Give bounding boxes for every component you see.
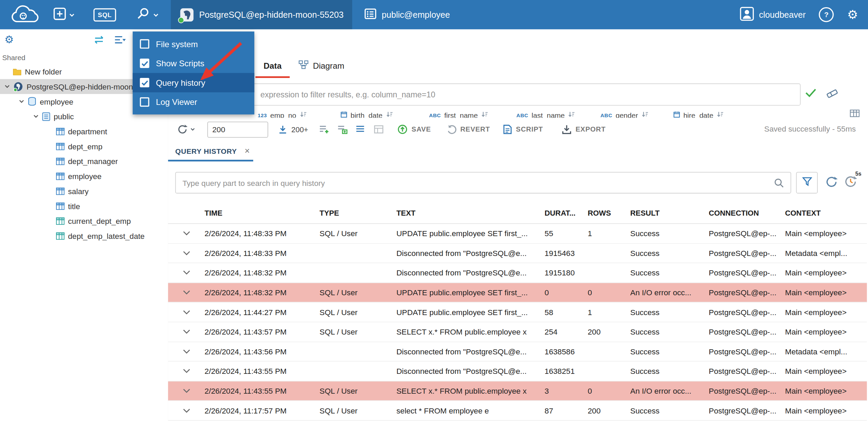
sort-icon[interactable] <box>299 111 307 118</box>
tools-menu-item-query-history[interactable]: Query history <box>133 73 254 93</box>
query-history-filter-button[interactable] <box>796 172 818 193</box>
qh-column-durat[interactable]: DURAT... <box>541 209 584 217</box>
apply-filter-icon[interactable] <box>805 88 817 99</box>
grid-column-first-name[interactable]: ABCfirst_name <box>429 108 516 118</box>
tab-diagram[interactable]: Diagram <box>294 54 349 77</box>
save-button[interactable]: SAVE <box>398 124 431 134</box>
sort-icon[interactable] <box>481 111 488 118</box>
refresh-results-icon[interactable] <box>177 124 195 135</box>
query-history-tab[interactable]: QUERY HISTORY × <box>168 141 250 160</box>
chevron-down-icon[interactable] <box>3 85 11 89</box>
tree-item-dept-emp-latest-date[interactable]: dept_emp_latest_date <box>0 228 168 243</box>
expand-row-icon[interactable] <box>168 290 201 295</box>
query-history-row[interactable]: 2/26/2024, 11:43:55 PMDisconnected from … <box>168 362 867 381</box>
tree-item-salary[interactable]: salary <box>0 184 168 199</box>
cloudbeaver-logo-icon[interactable] <box>4 5 48 25</box>
qh-column-rows[interactable]: ROWS <box>584 209 627 217</box>
column-type-icon: ABC <box>516 112 528 118</box>
expand-row-icon[interactable] <box>168 270 201 275</box>
checkbox-show-scripts[interactable] <box>140 58 149 68</box>
row-limit-input[interactable] <box>207 121 268 137</box>
expand-row-icon[interactable] <box>168 408 201 413</box>
query-history-row[interactable]: 2/26/2024, 11:48:33 PMDisconnected from … <box>168 244 867 263</box>
duplicate-row-icon[interactable] <box>338 125 348 134</box>
qh-column-time[interactable]: TIME <box>201 209 316 217</box>
qh-column-type[interactable]: TYPE <box>316 209 393 217</box>
sort-icon[interactable] <box>568 111 575 118</box>
query-history-row[interactable]: 2/26/2024, 11:17:57 PMSQL / Userselect *… <box>168 401 867 421</box>
sort-icon[interactable] <box>641 111 649 118</box>
help-button[interactable]: ? <box>819 7 834 22</box>
tab-data[interactable]: Data <box>255 54 289 78</box>
qh-column-context[interactable]: CONTEXT <box>782 209 867 217</box>
tree-item-current-dept-emp[interactable]: current_dept_emp <box>0 213 168 228</box>
settings-gear-icon[interactable]: ⚙ <box>847 9 858 21</box>
query-history-row[interactable]: 2/26/2024, 11:43:55 PMSQL / UserSELECT x… <box>168 381 867 401</box>
tools-menu-item-log-viewer[interactable]: Log Viewer <box>133 92 254 112</box>
user-menu[interactable]: cloudbeaver <box>740 6 805 23</box>
checkbox-query-history[interactable] <box>140 78 149 87</box>
query-history-row[interactable]: 2/26/2024, 11:43:57 PMSQL / UserSELECT x… <box>168 322 867 342</box>
qh-column-text[interactable]: TEXT <box>393 209 541 217</box>
collapse-all-icon[interactable] <box>114 36 126 46</box>
query-history-row[interactable]: 2/26/2024, 11:48:33 PMSQL / UserUPDATE p… <box>168 224 867 244</box>
sql-editor-button[interactable]: SQL <box>88 0 122 29</box>
tree-item-dept-emp[interactable]: dept_emp <box>0 139 168 154</box>
expand-row-icon[interactable] <box>168 309 201 315</box>
checkbox-log-viewer[interactable] <box>140 97 149 107</box>
sync-connections-icon[interactable] <box>93 36 105 46</box>
script-button[interactable]: SCRIPT <box>503 124 543 134</box>
query-history-row[interactable]: 2/26/2024, 11:48:32 PMSQL / UserUPDATE p… <box>168 283 867 303</box>
edit-value-icon[interactable] <box>374 125 384 134</box>
chevron-down-icon[interactable] <box>32 114 40 118</box>
grid-column-birth-date[interactable]: birth_date <box>341 108 429 118</box>
grid-column-gender[interactable]: ABCgender <box>600 108 674 118</box>
tree-item-dept-manager[interactable]: dept_manager <box>0 154 168 169</box>
query-history-search-input[interactable] <box>176 178 774 187</box>
export-button[interactable]: EXPORT <box>562 124 606 134</box>
cell-result: Success <box>627 229 706 238</box>
close-icon[interactable]: × <box>245 146 250 156</box>
qh-column-result[interactable]: RESULT <box>627 209 706 217</box>
tools-menu-button[interactable] <box>131 0 164 29</box>
tree-item-employee[interactable]: employee <box>0 168 168 184</box>
tools-menu-item-show-scripts[interactable]: Show Scripts <box>133 54 254 73</box>
chevron-down-icon[interactable] <box>18 99 26 103</box>
expand-row-icon[interactable] <box>168 250 201 256</box>
expand-row-icon[interactable] <box>168 388 201 394</box>
query-history-row[interactable]: 2/26/2024, 11:43:56 PMDisconnected from … <box>168 342 867 362</box>
connection-selector[interactable]: PostgreSQL@ep-hidden-moon-55203 <box>171 0 352 29</box>
add-row-icon[interactable] <box>319 125 330 134</box>
expand-row-icon[interactable] <box>168 349 201 354</box>
schema-selector[interactable]: public@employee <box>356 0 459 29</box>
query-history-row[interactable]: 2/26/2024, 11:44:27 PMSQL / UserUPDATE p… <box>168 303 867 323</box>
topbar-right-group: cloudbeaver ? ⚙ <box>740 6 868 23</box>
delete-row-icon[interactable] <box>356 125 366 134</box>
grid-column-hire-date[interactable]: hire_date <box>674 108 762 118</box>
clear-filter-icon[interactable] <box>826 89 838 101</box>
tools-menu-item-file-system[interactable]: File system <box>133 34 254 54</box>
expand-row-icon[interactable] <box>168 231 201 236</box>
qh-column-connection[interactable]: CONNECTION <box>705 209 782 217</box>
query-history-refresh-icon[interactable] <box>825 175 838 191</box>
new-object-button[interactable] <box>48 0 80 29</box>
sort-icon[interactable] <box>717 111 724 118</box>
user-avatar-icon <box>740 6 754 23</box>
checkbox-file-system[interactable] <box>140 39 149 49</box>
calendar-icon <box>341 111 347 118</box>
revert-button[interactable]: REVERT <box>446 124 490 134</box>
result-filter-input[interactable] <box>177 90 800 99</box>
grid-columns-config-icon[interactable] <box>850 109 860 119</box>
expand-row-icon[interactable] <box>168 329 201 335</box>
tree-item-department[interactable]: department <box>0 124 168 139</box>
sidebar-settings-gear-icon[interactable]: ⚙ <box>4 33 14 45</box>
expand-row-icon[interactable] <box>168 368 201 374</box>
fetch-more-button[interactable]: 200+ <box>278 125 308 134</box>
cell-time: 2/26/2024, 11:48:33 PM <box>201 249 316 258</box>
sort-icon[interactable] <box>386 111 393 118</box>
grid-column-last-name[interactable]: ABClast_name <box>516 108 600 118</box>
tree-item-title[interactable]: title <box>0 199 168 214</box>
query-history-row[interactable]: 2/26/2024, 11:48:32 PMDisconnected from … <box>168 263 867 283</box>
grid-column-emp-no[interactable]: 123emp_no <box>258 108 341 118</box>
auto-refresh-timer-icon[interactable] <box>844 175 857 191</box>
